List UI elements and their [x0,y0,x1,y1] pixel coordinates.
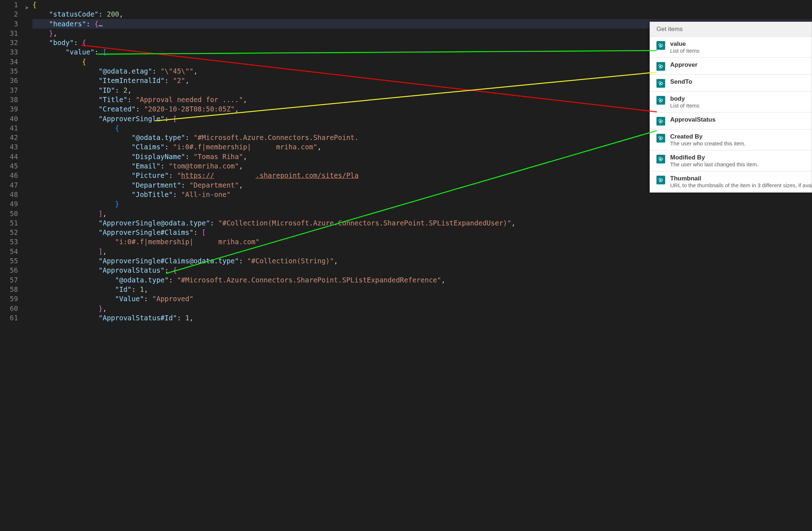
line-number: 32 [0,38,18,47]
code-line[interactable]: }, [32,304,812,313]
sharepoint-icon [656,62,665,71]
dynamic-content-panel: Get items valueList of ItemsApproverSend… [650,22,812,193]
panel-item-title: body [670,95,805,102]
panel-item-title: Thumbnail [670,175,812,182]
line-number-gutter: 1233132333435363738394041424344454647484… [0,0,25,531]
panel-item-title: ApprovalStatus [670,116,805,123]
line-number: 54 [0,247,18,256]
svg-point-10 [660,99,663,101]
line-number: 57 [0,275,18,285]
code-line[interactable]: "i:0#.f|membership| mriha.com" [32,237,812,246]
sharepoint-icon [656,176,665,184]
svg-point-4 [660,65,663,67]
code-line[interactable]: "ApproverSingle@odata.type": "#Collectio… [32,218,812,228]
panel-item-title: Modified By [670,154,805,161]
line-number: 1 [0,0,18,9]
line-number: 42 [0,133,18,142]
line-number: 50 [0,209,18,218]
line-number: 60 [0,304,18,313]
line-number: 39 [0,104,18,114]
dynamic-content-item[interactable]: Modified ByThe user who last changed thi… [650,150,812,171]
line-number: 61 [0,313,18,322]
dynamic-content-item[interactable]: bodyList of Items [650,92,812,113]
fold-column: > [25,0,32,531]
fold-icon[interactable]: > [25,3,28,12]
line-number: 34 [0,57,18,66]
panel-header: Get items [650,22,812,37]
line-number: 49 [0,199,18,209]
panel-item-title: Created By [670,133,805,140]
panel-item-title: Approver [670,61,805,69]
code-line[interactable]: { [32,0,812,9]
line-number: 58 [0,285,18,294]
line-number: 41 [0,123,18,133]
code-line[interactable]: "ApprovalStatus": { [32,266,812,275]
code-line[interactable]: "ApprovalStatus#Id": 1, [32,313,812,322]
line-number: 44 [0,152,18,161]
code-line[interactable]: "statusCode": 200, [32,9,812,19]
dynamic-content-item[interactable]: SendTo [650,75,812,92]
dynamic-content-item[interactable]: valueList of Items [650,37,812,58]
line-number: 48 [0,190,18,199]
line-number: 55 [0,256,18,266]
dynamic-content-item[interactable]: ThumbnailURL to the thumbnails of the it… [650,171,812,192]
sharepoint-icon [656,96,665,105]
svg-point-19 [660,158,663,160]
panel-item-title: value [670,40,805,48]
sharepoint-icon [656,155,665,163]
line-number: 47 [0,180,18,190]
svg-point-1 [660,44,663,47]
dynamic-content-item[interactable]: ApprovalStatus [650,113,812,130]
line-number: 37 [0,85,18,95]
code-line[interactable]: } [32,199,812,209]
line-number: 53 [0,237,18,246]
code-line[interactable]: ], [32,209,812,218]
line-number: 33 [0,47,18,57]
svg-point-16 [660,137,663,139]
svg-point-7 [660,82,663,84]
sharepoint-icon [656,79,665,88]
line-number: 52 [0,228,18,237]
line-number: 40 [0,114,18,123]
line-number: 56 [0,266,18,275]
panel-item-title: SendTo [670,78,805,85]
panel-item-subtitle: List of Items [670,102,805,109]
code-line[interactable]: ], [32,247,812,256]
panel-item-subtitle: List of Items [670,48,805,54]
line-number: 43 [0,142,18,152]
line-number: 36 [0,76,18,85]
code-line[interactable]: "ApproverSingle#Claims": [ [32,228,812,237]
line-number: 51 [0,218,18,228]
panel-item-subtitle: The user who created this item. [670,140,805,146]
line-number: 38 [0,95,18,104]
dynamic-content-item[interactable]: Created ByThe user who created this item… [650,130,812,150]
sharepoint-icon [656,41,665,50]
code-line[interactable]: "@odata.type": "#Microsoft.Azure.Connect… [32,275,812,285]
line-number: 3 [0,19,18,28]
line-number: 45 [0,161,18,171]
line-number: 46 [0,171,18,180]
code-line[interactable]: "Id": 1, [32,285,812,294]
line-number: 35 [0,66,18,76]
panel-item-subtitle: The user who last changed this item. [670,161,805,167]
sharepoint-icon [656,134,665,142]
code-line[interactable]: "Value": "Approved" [32,294,812,303]
sharepoint-icon [656,117,665,126]
svg-point-13 [660,120,663,122]
code-line[interactable]: "ApproverSingle#Claims@odata.type": "#Co… [32,256,812,266]
line-number: 59 [0,294,18,303]
line-number: 2 [0,9,18,19]
svg-point-22 [660,179,663,181]
panel-item-subtitle: URL to the thumbnails of the item in 3 d… [670,182,812,188]
line-number: 31 [0,28,18,38]
dynamic-content-item[interactable]: Approver [650,58,812,75]
